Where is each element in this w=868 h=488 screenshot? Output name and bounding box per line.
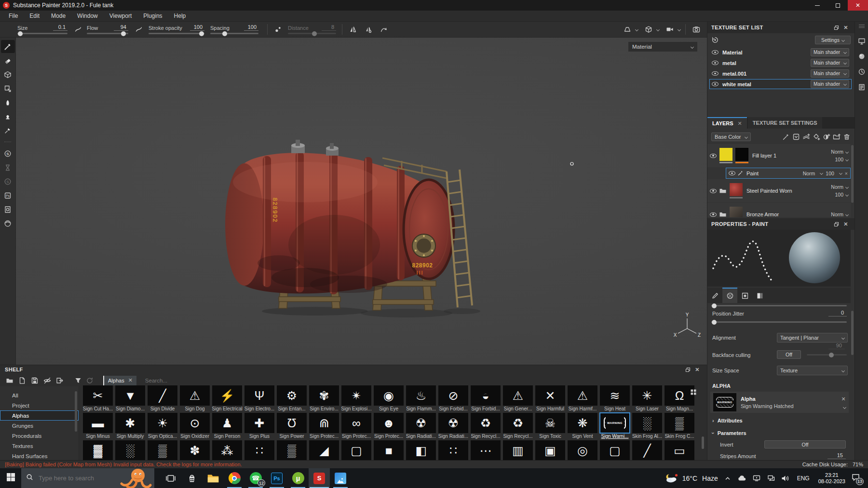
symmetry-icon[interactable] — [347, 24, 359, 35]
layer-opacity[interactable]: 100 — [835, 156, 843, 163]
shelf-close-icon[interactable]: ✕ — [692, 367, 702, 373]
plugin-photoshop[interactable]: Ps — [1, 189, 15, 202]
texture-set-metal[interactable]: metalMain shader — [709, 58, 852, 68]
properties-scrollbar[interactable] — [851, 311, 854, 355]
layer-bronze-armor[interactable]: Bronze ArmorNorm — [707, 203, 851, 217]
taskbar-clock[interactable]: 23:21 08-02-2023 — [818, 472, 845, 485]
filter-tag-alphas[interactable]: Alphas✕ — [103, 376, 136, 385]
tool-eraser[interactable] — [1, 54, 15, 67]
category-project[interactable]: Project — [0, 400, 79, 410]
close-button[interactable]: ✕ — [848, 0, 868, 11]
shelf-item-sign-electrical[interactable]: ⚡Sign Electrical — [211, 385, 243, 412]
category-scrollbar[interactable] — [75, 391, 77, 432]
layer-blend[interactable]: Norm — [831, 211, 843, 217]
shelf-item-sign-protec[interactable]: ∞Sign Protec... — [340, 413, 372, 439]
shelf-item-alpha[interactable]: ▒ — [147, 440, 178, 460]
visibility-eye-icon[interactable] — [729, 171, 735, 175]
size-value[interactable]: 0.1 — [53, 25, 68, 31]
flow-value[interactable]: 94 — [114, 25, 128, 31]
shelf-item-alpha[interactable]: ■ — [373, 440, 405, 460]
history-icon[interactable] — [858, 68, 866, 78]
invert-toggle[interactable]: Off — [764, 440, 846, 448]
shelf-item-alpha[interactable]: ▒ — [276, 440, 308, 460]
menu-file[interactable]: File — [3, 11, 24, 21]
category-hard-surfaces[interactable]: Hard Surfaces — [0, 451, 79, 460]
network-icon[interactable] — [765, 475, 777, 482]
settings-button[interactable]: Settings — [815, 36, 851, 44]
shelf-item-sign-protec[interactable]: ☻Sign Protec... — [373, 413, 405, 439]
position-jitter-value[interactable]: 0 — [828, 310, 847, 317]
layer-blend[interactable]: Norm — [803, 171, 815, 176]
add-effect-icon[interactable] — [792, 133, 800, 141]
taskbar-search[interactable] — [21, 468, 154, 488]
menu-help[interactable]: Help — [168, 11, 192, 21]
add-folder-icon[interactable] — [833, 133, 841, 141]
shelf-item-sign-recycl[interactable]: ♻Sign Recycl... — [502, 413, 534, 439]
shelf-item-alpha[interactable]: ◢ — [308, 440, 340, 460]
tool-projection[interactable] — [1, 68, 15, 81]
shelf-item-sign-power[interactable]: ƱSign Power — [276, 413, 308, 439]
layer-fill-layer-1[interactable]: Fill layer 1Norm100 — [707, 144, 851, 167]
category-alphas[interactable]: Alphas — [0, 410, 79, 421]
spacing-control[interactable]: Spacing100 — [210, 25, 258, 34]
action-center-button[interactable]: 13 — [852, 474, 860, 483]
shader-select[interactable]: Main shader — [811, 69, 849, 78]
tab-layers-close-icon[interactable]: ✕ — [738, 120, 742, 127]
shelf-save-icon[interactable] — [29, 375, 41, 386]
shelf-item-sign-person[interactable]: ♟Sign Person — [211, 413, 243, 439]
menu-edit[interactable]: Edit — [24, 11, 45, 21]
alpha-clear-icon[interactable]: ✕ — [841, 396, 845, 402]
shelf-item-alpha[interactable]: ✽ — [179, 440, 211, 460]
cloud-icon[interactable] — [736, 475, 748, 481]
flow-slider[interactable] — [87, 33, 128, 34]
shelf-item-sign-gener[interactable]: ⚠Sign Gener... — [502, 385, 534, 412]
plugin-shader[interactable] — [1, 217, 15, 230]
tool-picker[interactable] — [1, 124, 15, 137]
sync-visibility-icon[interactable] — [711, 36, 719, 44]
texture-set-white-metal[interactable]: white metalMain shader — [709, 79, 852, 89]
start-button[interactable] — [0, 468, 21, 488]
filter-icon[interactable] — [72, 375, 84, 386]
shelf-item-sign-warni[interactable]: WARNINGSign Warni... — [599, 413, 631, 439]
shelf-item-sign-toxic[interactable]: ☠Sign Toxic — [534, 413, 566, 439]
shelf-item-sign-forbid[interactable]: ◒Sign Forbid... — [470, 385, 502, 412]
shelf-item-alpha[interactable]: ◧ — [405, 440, 437, 460]
shelf-item-sign-forbid[interactable]: ⊘Sign Forbid... — [437, 385, 469, 412]
shelf-item-skin-frog-c[interactable]: ▒Skin Frog C... — [664, 413, 695, 439]
channel-filter-dropdown[interactable]: Base Color — [711, 132, 751, 141]
spacing-slider[interactable] — [210, 33, 258, 34]
geometry-view-icon[interactable] — [643, 24, 654, 35]
shelf-item-alpha[interactable]: ⋯ — [470, 440, 502, 460]
shelf-item-alpha[interactable]: ░ — [114, 440, 146, 460]
shader-select[interactable]: Main shader — [811, 59, 849, 67]
visibility-eye-icon[interactable] — [712, 50, 719, 54]
weather-condition[interactable]: Haze — [702, 475, 718, 482]
category-grunges[interactable]: Grunges — [0, 421, 79, 431]
layer-blend[interactable]: Norm — [831, 148, 843, 156]
tool-tab-material-sphere[interactable] — [752, 288, 767, 303]
size-slider[interactable] — [17, 33, 68, 34]
category-procedurals[interactable]: Procedurals — [0, 431, 79, 441]
shader-ball-icon[interactable] — [858, 53, 866, 62]
taskbar-app-photoshop[interactable]: Ps — [266, 468, 287, 488]
stroke-opacity-value[interactable]: 100 — [190, 25, 204, 31]
layer-blend[interactable]: Norm — [831, 183, 843, 191]
taskbar-app-chrome[interactable] — [224, 468, 245, 488]
grid-view-icon[interactable] — [690, 388, 697, 398]
texture-set-metal-001[interactable]: metal.001Main shader — [709, 68, 852, 79]
shelf-item-sign-harmf[interactable]: ⚠Sign Harmf... — [567, 385, 598, 412]
properties-close-icon[interactable]: ✕ — [841, 221, 851, 227]
shelf-item-sign-radiati[interactable]: ☢Sign Radiati... — [437, 413, 469, 439]
layer-steel-painted-worn[interactable]: Steel Painted WornNorm100 — [707, 179, 851, 202]
shelf-item-alpha[interactable]: ⁂ — [211, 440, 243, 460]
shelf-item-alpha[interactable]: ▢ — [340, 440, 372, 460]
visibility-eye-icon[interactable] — [712, 71, 719, 76]
tool-tab-pencil[interactable] — [707, 288, 722, 303]
shading-mode-dropdown[interactable]: Material — [628, 42, 697, 52]
log-icon[interactable] — [858, 83, 866, 93]
shelf-item-alpha[interactable]: ▣ — [534, 440, 566, 460]
texture-set-material[interactable]: MaterialMain shader — [709, 47, 852, 57]
shelf-item-sign-radiati[interactable]: ☢Sign Radiati... — [405, 413, 437, 439]
shelf-folder-icon[interactable] — [4, 375, 15, 386]
visibility-eye-icon[interactable] — [712, 82, 719, 86]
